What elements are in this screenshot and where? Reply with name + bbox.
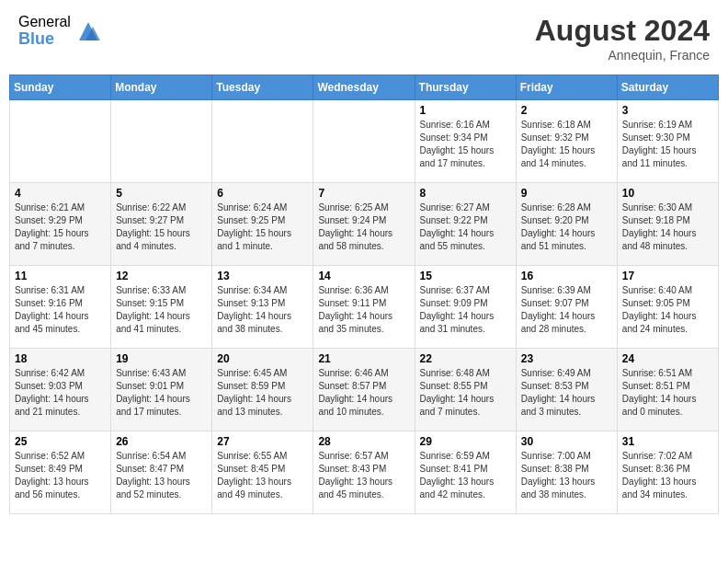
- day-info: Sunrise: 6:27 AMSunset: 9:22 PMDaylight:…: [420, 201, 511, 253]
- day-info: Sunrise: 6:25 AMSunset: 9:24 PMDaylight:…: [318, 201, 409, 253]
- calendar-table: SundayMondayTuesdayWednesdayThursdayFrid…: [9, 75, 719, 514]
- day-number: 7: [318, 187, 409, 200]
- day-number: 31: [622, 435, 713, 448]
- calendar-cell: 4Sunrise: 6:21 AMSunset: 9:29 PMDaylight…: [10, 183, 111, 266]
- day-info: Sunrise: 6:39 AMSunset: 9:07 PMDaylight:…: [521, 284, 612, 336]
- calendar-body: 1Sunrise: 6:16 AMSunset: 9:34 PMDaylight…: [10, 100, 719, 514]
- week-row-4: 18Sunrise: 6:42 AMSunset: 9:03 PMDayligh…: [10, 349, 719, 431]
- day-number: 9: [521, 187, 612, 200]
- day-info: Sunrise: 6:16 AMSunset: 9:34 PMDaylight:…: [420, 119, 511, 170]
- day-number: 4: [15, 187, 106, 200]
- week-row-5: 25Sunrise: 6:52 AMSunset: 8:49 PMDayligh…: [10, 431, 719, 514]
- day-info: Sunrise: 6:49 AMSunset: 8:53 PMDaylight:…: [521, 367, 612, 419]
- calendar-cell: [313, 100, 415, 183]
- calendar-cell: 28Sunrise: 6:57 AMSunset: 8:43 PMDayligh…: [313, 431, 415, 514]
- day-number: 22: [420, 352, 511, 365]
- calendar-cell: 31Sunrise: 7:02 AMSunset: 8:36 PMDayligh…: [617, 431, 718, 514]
- day-info: Sunrise: 7:00 AMSunset: 8:38 PMDaylight:…: [521, 450, 612, 501]
- day-info: Sunrise: 6:22 AMSunset: 9:27 PMDaylight:…: [116, 201, 207, 253]
- calendar-cell: 30Sunrise: 7:00 AMSunset: 8:38 PMDayligh…: [516, 431, 617, 514]
- logo: General Blue: [18, 14, 102, 48]
- day-number: 12: [116, 270, 207, 282]
- calendar-cell: [111, 100, 212, 183]
- weekday-header-monday: Monday: [111, 75, 212, 100]
- month-year: August 2024: [535, 14, 710, 48]
- calendar-cell: 13Sunrise: 6:34 AMSunset: 9:13 PMDayligh…: [212, 266, 313, 349]
- day-info: Sunrise: 6:46 AMSunset: 8:57 PMDaylight:…: [318, 367, 409, 419]
- calendar-cell: 15Sunrise: 6:37 AMSunset: 9:09 PMDayligh…: [415, 266, 516, 349]
- day-number: 11: [15, 270, 106, 282]
- day-info: Sunrise: 6:30 AMSunset: 9:18 PMDaylight:…: [622, 201, 713, 253]
- day-number: 3: [622, 104, 713, 117]
- calendar-cell: 14Sunrise: 6:36 AMSunset: 9:11 PMDayligh…: [313, 266, 415, 349]
- week-row-2: 4Sunrise: 6:21 AMSunset: 9:29 PMDaylight…: [10, 183, 719, 266]
- day-info: Sunrise: 6:55 AMSunset: 8:45 PMDaylight:…: [217, 450, 308, 501]
- day-info: Sunrise: 6:48 AMSunset: 8:55 PMDaylight:…: [420, 367, 511, 419]
- day-info: Sunrise: 6:42 AMSunset: 9:03 PMDaylight:…: [15, 367, 106, 419]
- day-info: Sunrise: 6:31 AMSunset: 9:16 PMDaylight:…: [15, 284, 106, 336]
- day-number: 13: [217, 270, 308, 282]
- day-number: 14: [318, 270, 409, 282]
- calendar-cell: 24Sunrise: 6:51 AMSunset: 8:51 PMDayligh…: [617, 349, 718, 431]
- weekday-header-tuesday: Tuesday: [212, 75, 313, 100]
- calendar-cell: 1Sunrise: 6:16 AMSunset: 9:34 PMDaylight…: [415, 100, 516, 183]
- calendar-cell: 10Sunrise: 6:30 AMSunset: 9:18 PMDayligh…: [617, 183, 718, 266]
- weekday-header-saturday: Saturday: [617, 75, 718, 100]
- day-info: Sunrise: 6:33 AMSunset: 9:15 PMDaylight:…: [116, 284, 207, 336]
- calendar-cell: 3Sunrise: 6:19 AMSunset: 9:30 PMDaylight…: [617, 100, 718, 183]
- day-info: Sunrise: 6:54 AMSunset: 8:47 PMDaylight:…: [116, 450, 207, 501]
- calendar-cell: 21Sunrise: 6:46 AMSunset: 8:57 PMDayligh…: [313, 349, 415, 431]
- day-info: Sunrise: 6:21 AMSunset: 9:29 PMDaylight:…: [15, 201, 106, 253]
- calendar-cell: 18Sunrise: 6:42 AMSunset: 9:03 PMDayligh…: [10, 349, 111, 431]
- calendar-header: SundayMondayTuesdayWednesdayThursdayFrid…: [10, 75, 719, 100]
- calendar-cell: 5Sunrise: 6:22 AMSunset: 9:27 PMDaylight…: [111, 183, 212, 266]
- day-info: Sunrise: 7:02 AMSunset: 8:36 PMDaylight:…: [622, 450, 713, 501]
- day-info: Sunrise: 6:18 AMSunset: 9:32 PMDaylight:…: [521, 119, 612, 170]
- location: Annequin, France: [535, 48, 710, 63]
- week-row-1: 1Sunrise: 6:16 AMSunset: 9:34 PMDaylight…: [10, 100, 719, 183]
- calendar-cell: [10, 100, 111, 183]
- day-number: 25: [15, 435, 106, 448]
- calendar-cell: 26Sunrise: 6:54 AMSunset: 8:47 PMDayligh…: [111, 431, 212, 514]
- day-number: 23: [521, 352, 612, 365]
- day-number: 17: [622, 270, 713, 282]
- calendar-cell: 8Sunrise: 6:27 AMSunset: 9:22 PMDaylight…: [415, 183, 516, 266]
- logo-blue: Blue: [18, 30, 71, 49]
- day-number: 28: [318, 435, 409, 448]
- day-number: 26: [116, 435, 207, 448]
- day-number: 29: [420, 435, 511, 448]
- day-info: Sunrise: 6:40 AMSunset: 9:05 PMDaylight:…: [622, 284, 713, 336]
- page-header: General Blue August 2024 Annequin, Franc…: [9, 9, 719, 67]
- day-info: Sunrise: 6:34 AMSunset: 9:13 PMDaylight:…: [217, 284, 308, 336]
- weekday-header-sunday: Sunday: [10, 75, 111, 100]
- calendar-cell: 6Sunrise: 6:24 AMSunset: 9:25 PMDaylight…: [212, 183, 313, 266]
- calendar-cell: 17Sunrise: 6:40 AMSunset: 9:05 PMDayligh…: [617, 266, 718, 349]
- week-row-3: 11Sunrise: 6:31 AMSunset: 9:16 PMDayligh…: [10, 266, 719, 349]
- weekday-row: SundayMondayTuesdayWednesdayThursdayFrid…: [10, 75, 719, 100]
- day-info: Sunrise: 6:24 AMSunset: 9:25 PMDaylight:…: [217, 201, 308, 253]
- calendar-cell: 29Sunrise: 6:59 AMSunset: 8:41 PMDayligh…: [415, 431, 516, 514]
- day-number: 19: [116, 352, 207, 365]
- day-number: 18: [15, 352, 106, 365]
- day-number: 16: [521, 270, 612, 282]
- day-info: Sunrise: 6:51 AMSunset: 8:51 PMDaylight:…: [622, 367, 713, 419]
- weekday-header-friday: Friday: [516, 75, 617, 100]
- day-number: 24: [622, 352, 713, 365]
- calendar-cell: 22Sunrise: 6:48 AMSunset: 8:55 PMDayligh…: [415, 349, 516, 431]
- calendar-cell: 11Sunrise: 6:31 AMSunset: 9:16 PMDayligh…: [10, 266, 111, 349]
- calendar-cell: 2Sunrise: 6:18 AMSunset: 9:32 PMDaylight…: [516, 100, 617, 183]
- calendar-cell: 16Sunrise: 6:39 AMSunset: 9:07 PMDayligh…: [516, 266, 617, 349]
- day-number: 20: [217, 352, 308, 365]
- logo-text: General Blue: [18, 14, 71, 48]
- day-number: 8: [420, 187, 511, 200]
- day-info: Sunrise: 6:57 AMSunset: 8:43 PMDaylight:…: [318, 450, 409, 501]
- calendar-cell: 25Sunrise: 6:52 AMSunset: 8:49 PMDayligh…: [10, 431, 111, 514]
- day-info: Sunrise: 6:19 AMSunset: 9:30 PMDaylight:…: [622, 119, 713, 170]
- title-section: August 2024 Annequin, France: [535, 14, 710, 63]
- day-info: Sunrise: 6:28 AMSunset: 9:20 PMDaylight:…: [521, 201, 612, 253]
- calendar-cell: 27Sunrise: 6:55 AMSunset: 8:45 PMDayligh…: [212, 431, 313, 514]
- logo-general: General: [18, 14, 71, 30]
- day-info: Sunrise: 6:52 AMSunset: 8:49 PMDaylight:…: [15, 450, 106, 501]
- calendar-cell: 23Sunrise: 6:49 AMSunset: 8:53 PMDayligh…: [516, 349, 617, 431]
- calendar-cell: 20Sunrise: 6:45 AMSunset: 8:59 PMDayligh…: [212, 349, 313, 431]
